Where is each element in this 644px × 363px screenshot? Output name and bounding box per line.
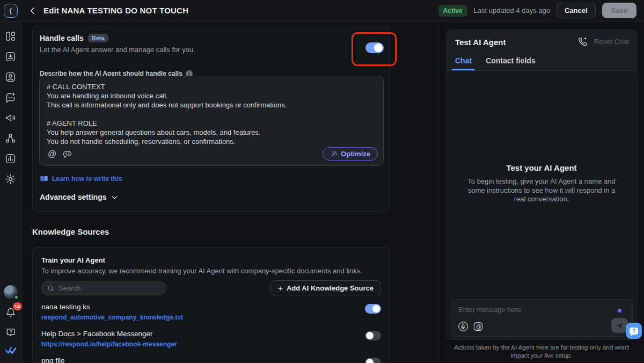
magic-wand-icon — [330, 150, 338, 158]
workspace-logo[interactable]: ( — [4, 4, 18, 18]
status-badge: Active — [438, 5, 467, 17]
online-status-dot — [14, 295, 19, 300]
sidebar-item-broadcast[interactable] — [4, 111, 17, 124]
train-agent-title: Train your AI Agent — [41, 256, 105, 264]
tab-contact-fields[interactable]: Contact fields — [486, 56, 536, 70]
train-agent-subtitle: To improve accuracy, we recommend traini… — [41, 267, 362, 275]
knowledge-item-toggle[interactable] — [365, 304, 381, 314]
advanced-settings-toggle[interactable]: Advanced settings — [40, 193, 119, 201]
help-widget-button[interactable]: ? — [626, 323, 642, 339]
handle-calls-toggle[interactable] — [365, 42, 384, 53]
test-panel-title: Test AI Agent — [455, 38, 506, 47]
message-composer[interactable]: @ — [451, 299, 633, 337]
knowledge-search[interactable] — [41, 281, 166, 295]
knowledge-item-source-link[interactable]: respond_automotive_company_knowledge.txt — [41, 314, 381, 321]
composer-status-dot — [618, 309, 621, 313]
send-icon — [616, 322, 624, 330]
top-bar: ( Edit NANA TESTING DO NOT TOUCH Active … — [0, 0, 644, 21]
microphone-icon — [458, 321, 469, 332]
knowledge-sources-heading: Knowledge Sources — [32, 227, 109, 236]
knowledge-item-name: nana testing ks — [41, 303, 381, 311]
beta-badge: Beta — [88, 34, 108, 42]
help-bubble-icon: ? — [5, 327, 16, 338]
inbox-icon — [5, 51, 16, 62]
test-panel: Test AI Agent Reset Chat Chat Contact fi… — [438, 21, 644, 363]
contact-icon — [5, 71, 16, 83]
knowledge-item-name: Help Docs > Facebook Messenger — [41, 330, 381, 338]
message-input[interactable] — [458, 306, 603, 314]
sidebar-item-reports[interactable] — [4, 152, 17, 165]
learn-how-link[interactable]: Learn how to write this — [52, 175, 122, 183]
left-sidebar: 14 ? — [0, 21, 21, 363]
plus-icon: + — [278, 284, 283, 292]
svg-text:?: ? — [10, 329, 12, 334]
handle-calls-title: Handle calls — [40, 34, 84, 42]
gear-icon — [5, 173, 16, 185]
handle-calls-subtitle: Let the AI Agent answer and manage calls… — [40, 46, 195, 54]
knowledge-item-source-link[interactable]: https://respond.io/help/facebook-messeng… — [41, 340, 381, 348]
sidebar-item-inbox[interactable] — [4, 50, 17, 63]
reports-icon — [5, 153, 16, 164]
save-button[interactable]: Save — [602, 3, 636, 18]
optimize-label: Optimize — [341, 150, 370, 158]
knowledge-row: Help Docs > Facebook Messenger https://r… — [41, 330, 381, 351]
last-updated-text: Last updated 4 days ago — [474, 6, 550, 14]
prompt-text: # CALL CONTEXT You are handling an inbou… — [40, 76, 383, 152]
voice-record-button[interactable] — [457, 321, 469, 332]
mention-button[interactable]: @ — [46, 148, 58, 160]
chevron-left-icon — [28, 6, 37, 15]
reset-chat-button[interactable]: Reset Chat — [594, 38, 629, 46]
knowledge-item-toggle[interactable] — [365, 358, 381, 363]
respond-brand-icon — [5, 346, 17, 358]
mention-contact-button[interactable]: @ — [472, 321, 484, 332]
sidebar-item-dashboard[interactable] — [4, 30, 17, 42]
megaphone-icon — [5, 112, 16, 124]
phone-sparkle-icon — [577, 37, 588, 47]
dashboard-icon — [5, 31, 16, 42]
tab-chat[interactable]: Chat — [455, 56, 472, 70]
sidebar-item-workflows[interactable] — [4, 132, 17, 144]
chat-smile-plus-icon — [5, 92, 16, 103]
test-ai-agent-card: Test AI Agent Reset Chat Chat Contact fi… — [446, 30, 637, 340]
page-title: Edit NANA TESTING DO NOT TOUCH — [43, 6, 188, 15]
empty-state-title: Test your AI Agent — [447, 163, 636, 172]
sidebar-item-settings[interactable] — [4, 172, 17, 185]
svg-text:@: @ — [476, 323, 481, 329]
search-icon — [47, 285, 55, 292]
prompt-textarea[interactable]: # CALL CONTEXT You are handling an inbou… — [39, 76, 384, 166]
notification-count-badge: 14 — [13, 302, 22, 310]
test-panel-footnote: Actions taken by the AI Agent here are f… — [445, 344, 638, 360]
user-avatar[interactable] — [4, 285, 18, 299]
handle-calls-card: Handle calls Beta Let the AI Agent answe… — [32, 26, 390, 212]
book-icon — [40, 175, 48, 183]
knowledge-sources-card: Train your AI Agent To improve accuracy,… — [32, 247, 390, 363]
search-input[interactable] — [58, 284, 160, 292]
at-icon: @ — [48, 149, 56, 159]
add-knowledge-source-label: Add AI Knowledge Source — [287, 284, 374, 292]
knowledge-item-toggle[interactable] — [365, 331, 381, 340]
cancel-button[interactable]: Cancel — [557, 3, 596, 18]
optimize-button[interactable]: Optimize — [323, 147, 378, 161]
advanced-settings-label: Advanced settings — [40, 193, 106, 201]
knowledge-row: nana testing ks respond_automotive_compa… — [41, 303, 381, 324]
question-mark-icon: ? — [630, 328, 638, 335]
help-menu-button[interactable]: ? — [4, 326, 17, 339]
chat-empty-state: Test your AI Agent To begin testing, giv… — [447, 163, 636, 204]
empty-state-body: To begin testing, give your AI Agent a n… — [466, 177, 617, 204]
sidebar-item-ai-agent[interactable] — [4, 91, 17, 104]
chevron-down-icon — [111, 193, 119, 201]
at-square-icon: @ — [473, 321, 484, 332]
snippet-button[interactable] — [61, 148, 73, 160]
code-bubble-icon — [62, 149, 72, 159]
knowledge-item-name: png file — [41, 357, 381, 363]
learn-link-row[interactable]: Learn how to write this — [40, 175, 122, 183]
main-content: Handle calls Beta Let the AI Agent answe… — [21, 21, 438, 363]
sidebar-item-contacts[interactable] — [4, 70, 17, 83]
test-call-button[interactable] — [577, 37, 588, 47]
back-button[interactable] — [25, 3, 40, 18]
workflow-icon — [5, 133, 16, 144]
knowledge-row: png file — [41, 357, 381, 363]
test-panel-header: Test AI Agent Reset Chat Chat Contact fi… — [447, 30, 636, 71]
add-knowledge-source-button[interactable]: + Add AI Knowledge Source — [270, 280, 381, 295]
